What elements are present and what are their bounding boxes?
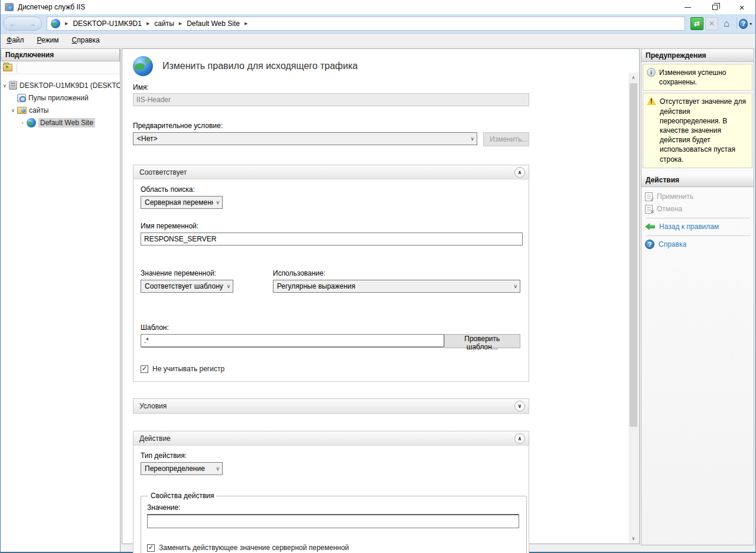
cancel-label: Отмена xyxy=(657,205,682,213)
new-connection-icon[interactable] xyxy=(3,64,12,71)
menu-file[interactable]: Файл xyxy=(6,36,24,44)
ignore-case-label: Не учитывать регистр xyxy=(152,365,224,373)
help-menu-button[interactable]: ? ▾ xyxy=(739,17,752,30)
scroll-down-icon[interactable]: ∨ xyxy=(628,534,638,543)
actions-header: Действия xyxy=(641,174,754,187)
value-label: Значение: xyxy=(147,503,519,512)
tree-item-app-pools[interactable]: Пулы приложений xyxy=(1,91,120,104)
stop-button: ✕ xyxy=(705,17,718,30)
precondition-select[interactable]: <Нет> ∨ xyxy=(133,132,477,145)
back-to-rules-action[interactable]: Назад к правилам xyxy=(645,221,751,233)
warnings-header: Предупреждения xyxy=(641,49,754,62)
collapse-section-icon[interactable]: ∧ xyxy=(514,433,525,444)
window-title: Диспетчер служб IIS xyxy=(18,3,85,11)
ignore-case-checkbox[interactable] xyxy=(141,365,148,373)
info-alert: i Изменения успешно сохранены. xyxy=(643,64,752,91)
close-button[interactable]: × xyxy=(728,0,755,14)
match-section-title: Соответствует xyxy=(139,168,187,176)
chevron-collapsed-icon[interactable]: › xyxy=(18,120,27,126)
divider xyxy=(646,218,750,218)
iis-app-icon xyxy=(5,3,14,11)
scope-label: Область поиска: xyxy=(141,185,520,194)
warning-icon xyxy=(647,97,656,105)
replace-value-row: Заменить действующее значение серверной … xyxy=(147,544,519,552)
pattern-input[interactable] xyxy=(141,334,444,347)
home-button[interactable]: ⌂ xyxy=(720,17,733,30)
chevron-expanded-icon[interactable]: ∨ xyxy=(9,107,17,113)
conditions-section-header[interactable]: Условия ∨ xyxy=(133,399,529,413)
action-type-select[interactable]: Переопределение ∨ xyxy=(141,462,223,475)
value-input[interactable] xyxy=(147,514,519,528)
breadcrumb-separator-icon[interactable] xyxy=(179,21,182,26)
precondition-value: <Нет> xyxy=(137,135,468,143)
action-type-value: Переопределение xyxy=(145,464,213,473)
variable-name-label: Имя переменной: xyxy=(141,222,520,230)
connections-toolbar xyxy=(1,61,120,74)
help-link[interactable]: Справка xyxy=(659,240,686,248)
tree-item-sites[interactable]: ∨ сайты xyxy=(1,104,120,116)
scrollbar-thumb[interactable] xyxy=(630,83,637,427)
scope-select[interactable]: Серверная переменн ∨ xyxy=(141,196,223,209)
vertical-scrollbar[interactable]: ∧ ∨ xyxy=(628,73,638,543)
apply-label: Применить xyxy=(657,192,693,201)
using-select[interactable]: Регулярные выражения ∨ xyxy=(273,280,520,293)
menu-view-accel: Р xyxy=(37,36,41,44)
tree-item-default-web-site[interactable]: › Default Web Site xyxy=(1,116,120,129)
menu-file-accel: Ф xyxy=(6,36,12,44)
sites-folder-icon xyxy=(17,107,27,114)
tree-item-label: сайты xyxy=(29,106,49,114)
replace-value-checkbox[interactable] xyxy=(147,544,155,552)
ignore-case-row: Не учитывать регистр xyxy=(141,365,520,373)
iis-manager-window: Диспетчер служб IIS × ← → DESKTOP-U1MK9D… xyxy=(0,0,756,553)
restore-icon xyxy=(712,5,718,10)
minimize-button[interactable] xyxy=(674,0,701,14)
address-bar: ← → DESKTOP-U1MK9D1 сайты Default Web Si… xyxy=(1,14,755,34)
variable-name-input[interactable] xyxy=(141,233,523,246)
apply-action: ✓ Применить xyxy=(645,191,751,203)
back-icon[interactable]: ← xyxy=(9,19,17,28)
help-action[interactable]: ? Справка xyxy=(645,238,751,251)
site-globe-icon xyxy=(51,19,60,28)
replace-value-label: Заменить действующее значение серверной … xyxy=(159,544,349,552)
action-section: Действие ∧ Тип действия: Переопределение… xyxy=(133,431,529,553)
breadcrumb-separator-icon[interactable] xyxy=(146,21,149,26)
chevron-down-icon: ∨ xyxy=(216,466,220,472)
action-section-header[interactable]: Действие ∧ xyxy=(133,431,529,446)
breadcrumb-separator-icon xyxy=(65,21,68,26)
menu-view[interactable]: Режим xyxy=(37,36,59,44)
cancel-icon: ✕ xyxy=(645,205,653,214)
menu-help-rest: правка xyxy=(77,36,99,44)
menu-help-accel: С xyxy=(72,36,77,44)
tree-item-label: Пулы приложений xyxy=(28,94,89,102)
scroll-up-icon[interactable]: ∧ xyxy=(628,73,638,82)
menu-bar: Файл Режим Справка xyxy=(1,34,755,47)
expand-section-icon[interactable]: ∨ xyxy=(514,401,525,411)
refresh-button[interactable]: ⇄ xyxy=(690,17,703,30)
toolbar-separator xyxy=(17,63,17,73)
edit-precondition-button: Изменить... xyxy=(483,132,529,146)
website-globe-icon xyxy=(27,118,36,127)
breadcrumb-sites[interactable]: сайты xyxy=(154,19,174,28)
breadcrumb-server[interactable]: DESKTOP-U1MK9D1 xyxy=(73,19,141,28)
restore-button[interactable] xyxy=(701,0,728,14)
actions-pane: Предупреждения i Изменения успешно сохра… xyxy=(641,48,754,545)
breadcrumb-default-web-site[interactable]: Default Web Site xyxy=(187,19,240,28)
menu-help[interactable]: Справка xyxy=(72,36,100,44)
tree-item-server[interactable]: ∨ DESKTOP-U1MK9D1 (DESKTOP xyxy=(1,79,120,91)
help-icon: ? xyxy=(739,19,748,29)
action-type-label: Тип действия: xyxy=(141,451,520,460)
forward-icon[interactable]: → xyxy=(28,19,36,28)
menu-view-rest: ежим xyxy=(41,36,59,44)
toolbar-separator xyxy=(737,18,737,29)
scope-value: Серверная переменн xyxy=(145,198,213,207)
variable-value-select[interactable]: Соответствует шаблону ∨ xyxy=(141,280,233,293)
match-section: Соответствует ∧ Область поиска: Серверна… xyxy=(133,165,529,382)
test-pattern-button[interactable]: Проверить шаблон... xyxy=(444,334,520,348)
match-section-header[interactable]: Соответствует ∧ xyxy=(133,165,529,179)
back-to-rules-link[interactable]: Назад к правилам xyxy=(659,222,719,231)
divider xyxy=(646,235,750,236)
breadcrumb-separator-icon[interactable] xyxy=(245,21,247,26)
chevron-expanded-icon[interactable]: ∨ xyxy=(1,83,9,89)
collapse-section-icon[interactable]: ∧ xyxy=(514,167,525,178)
breadcrumb[interactable]: DESKTOP-U1MK9D1 сайты Default Web Site xyxy=(47,17,685,31)
